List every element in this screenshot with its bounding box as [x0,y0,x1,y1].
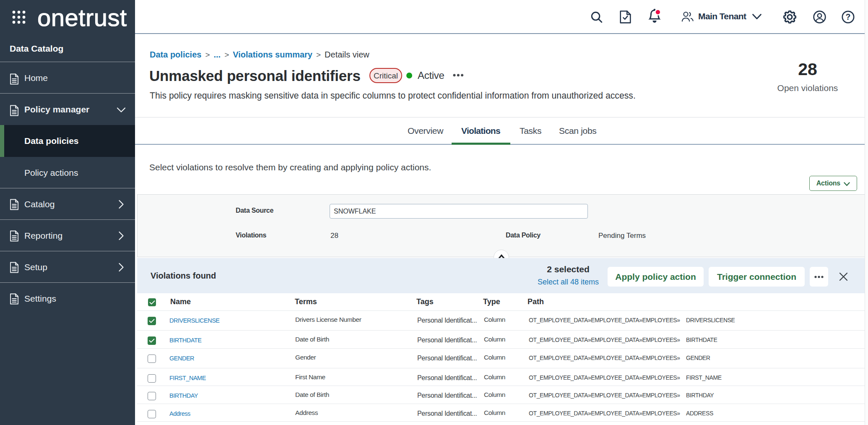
svg-text:?: ? [846,12,851,21]
